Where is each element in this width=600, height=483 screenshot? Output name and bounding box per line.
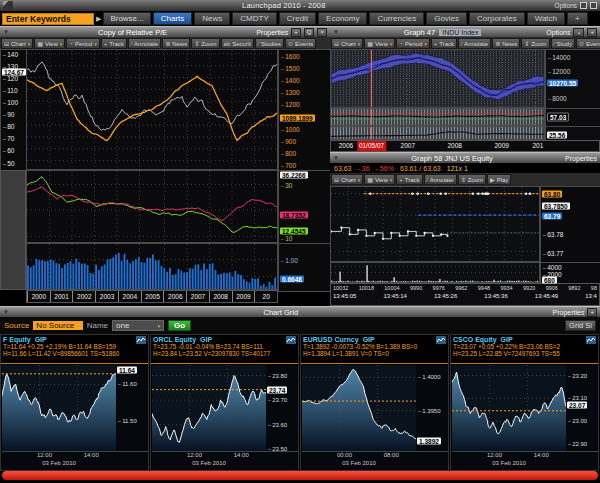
expand-arrow-icon[interactable]: ▶ [96,15,101,23]
pe-main-chart[interactable] [26,49,278,170]
tick-count-label: 9920 [523,285,535,291]
axis-label: 80 [3,123,14,130]
pe-close-button[interactable]: × [317,28,327,37]
period-button[interactable]: ◔Period▾ [66,38,99,49]
name-dropdown[interactable]: one ▾ [112,320,164,331]
mini-plot[interactable]: 1.40001.39501.3892 [302,365,448,453]
x-label: 2009 [494,141,508,151]
studies-button[interactable]: ∕Studies [255,38,284,49]
g47-collapse-button[interactable]: ⌄ [573,28,584,37]
g47-sub-chart-3[interactable] [330,126,545,140]
pe-volume-chart[interactable] [26,243,278,290]
play-button[interactable]: ▶Play [487,174,511,185]
g47-add-button[interactable]: + [587,28,597,37]
time-label: 13:45:36 [484,293,507,299]
g47-security-tag[interactable]: INDU Index [439,29,481,36]
panel-menu-icon[interactable]: ▼ [3,29,9,35]
tick-count-label: 9948 [478,285,490,291]
g58-volume-chart[interactable] [330,262,540,283]
track-button[interactable]: +Track [396,174,422,185]
tab-economy[interactable]: Economy [318,12,367,25]
pe-left-gutter [0,170,26,290]
browse-button[interactable]: Browse... [103,12,150,25]
news-button[interactable]: ≣News [492,38,520,49]
securit-button[interactable]: abSecurit [221,38,254,49]
mini-plot[interactable]: 11.6011.5011.64 [2,365,148,453]
mini-plot[interactable]: 23.8023.7023.6023.5023.74 [152,365,298,453]
pe-properties-button[interactable]: Properties [256,29,288,36]
annotate-button[interactable]: ∕Annotate [128,38,161,49]
mini-chart: F EquityGIP T=11.64 +0.25 +2.19% B=11.64… [0,334,149,471]
chart-button[interactable]: ⊟Chart▾ [331,38,363,49]
g47-sub-chart-2[interactable] [330,108,545,126]
zoom-button[interactable]: ⇕Zoom [191,38,219,49]
mini-chart-icon[interactable] [286,336,296,345]
mini-chart-icon[interactable] [586,336,596,345]
panel-menu-icon[interactable]: ▼ [333,29,339,35]
year-label: 2000 [27,291,50,302]
view-button[interactable]: ▦View▾ [34,38,65,49]
study-button[interactable]: ∕Study [551,38,575,49]
g58-properties-button[interactable]: Properties [565,155,597,162]
go-button[interactable]: Go [168,320,191,331]
view-button[interactable]: ▦View▾ [364,38,395,49]
mini-ticker: ORCL Equity [153,336,196,343]
news-label: News [172,41,187,47]
tab-charts[interactable]: Charts [153,12,193,25]
zoom-icon: ⇕ [524,40,529,47]
tab-currencies[interactable]: Currencies [369,12,424,25]
panel-menu-icon[interactable]: ▼ [3,309,9,315]
close-icon[interactable] [590,2,597,9]
mini-x-axis: 12:00 14:00 03 Feb 2010 [2,451,148,469]
window-titlebar[interactable]: Launchpad 2010 - 2008 Options [0,0,600,11]
tab-govies[interactable]: Govies [426,12,467,25]
events-button[interactable]: ⊙Events [576,38,600,49]
chart-button[interactable]: ⊟Chart▾ [331,174,363,185]
track-button[interactable]: +Track [101,38,127,49]
price-change: -.36 [358,165,370,172]
chartgrid-properties-button[interactable]: Properties [553,309,585,316]
mini-plot[interactable]: 23.2023.1023.0022.9023.07 [452,365,598,453]
tab-credit[interactable]: Credit [279,12,316,25]
annotate-button[interactable]: ∕Annotate [458,38,491,49]
chartgrid-add-button[interactable]: + [587,308,597,317]
tab-item[interactable]: + [567,12,588,25]
panel-menu-icon[interactable]: ▼ [333,155,339,161]
pe-indicator-chart[interactable] [26,170,278,243]
year-label: 2007 [186,291,209,302]
view-icon: ▦ [367,40,373,47]
track-button[interactable]: +Track [431,38,457,49]
view-button[interactable]: ▦View▾ [364,174,395,185]
events-button[interactable]: ⊙Events [285,38,316,49]
tab-corporates[interactable]: Corporates [469,12,525,25]
mini-chart-icon[interactable] [136,336,146,345]
source-dropdown[interactable]: No Source ▾ [33,321,82,330]
zoom-button[interactable]: ⇕Zoom [458,174,486,185]
pe-panel-titlebar[interactable]: ▼ Copy of Relative P/E Properties + Q × [0,26,330,37]
axis-label: 30 [281,181,292,188]
axis-label: 23.70 [268,397,287,403]
g47-options-button[interactable]: Options [546,29,570,36]
tab-news[interactable]: News [194,12,230,25]
minimize-icon[interactable] [580,2,587,9]
grid-settings-button[interactable]: Grid Si [565,320,596,331]
keyword-input[interactable] [2,13,94,25]
g47-panel-titlebar[interactable]: ▼ Graph 47 INDU Index Options ⌄ + [330,26,600,37]
mini-chart-icon[interactable] [436,336,446,345]
zoom-button[interactable]: ⇕Zoom [521,38,549,49]
window-options-button[interactable]: Options [555,2,577,9]
tab-watch[interactable]: Watch [527,12,565,25]
news-button[interactable]: ≣News [162,38,190,49]
tab-cmdty[interactable]: CMDTY [232,12,276,25]
pe-add-button[interactable]: + [291,28,301,37]
g47-main-chart[interactable] [330,49,545,108]
g58-tick-chart[interactable] [330,186,540,262]
period-button[interactable]: ◔Period▾ [396,38,429,49]
chartgrid-titlebar[interactable]: ▼ Chart Grid Properties + [0,306,600,317]
chart-button[interactable]: ⊟Chart▾ [1,38,33,49]
pe-search-button[interactable]: Q [304,28,315,37]
annotate-button[interactable]: ∕Annotate [424,174,457,185]
g58-panel-titlebar[interactable]: ▼ Graph 58 JNJ US Equity Properties [330,152,600,163]
time-label: 13:45:05 [333,293,356,299]
axis-label: 1600 [281,53,300,60]
